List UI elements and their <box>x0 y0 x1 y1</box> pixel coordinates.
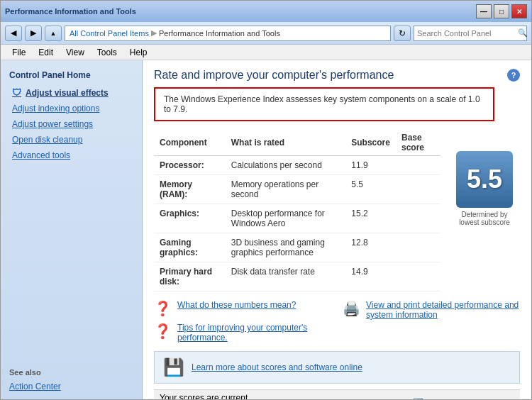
link-view-print: 🖨️ View and print detailed performance a… <box>343 300 520 320</box>
menu-tools[interactable]: Tools <box>92 46 123 59</box>
close-button[interactable]: ✕ <box>511 4 527 18</box>
link-tips: ❓ Tips for improving your computer's per… <box>154 323 331 343</box>
rerun-button[interactable]: 🔄 Re-run the assessment <box>413 398 514 399</box>
status-line1: Your scores are current <box>160 393 292 399</box>
question-icon-2: ❓ <box>154 323 172 340</box>
sidebar-item-disk-cleanup[interactable]: Open disk cleanup <box>1 132 142 148</box>
sidebar: Control Panel Home 🛡 Adjust visual effec… <box>1 60 143 399</box>
row-memory-subscore: 5.5 <box>345 175 396 204</box>
row-processor-subscore: 11.9 <box>345 156 396 175</box>
row-processor-what: Calculations per second <box>226 156 346 175</box>
title-bar-buttons: — □ ✕ <box>476 4 527 18</box>
row-graphics-subscore: 15.2 <box>345 204 396 233</box>
table-wrapper: Component What is rated Subscore Base sc… <box>154 130 520 300</box>
back-button[interactable]: ◀ <box>5 26 22 41</box>
row-gaming-subscore: 12.8 <box>345 233 396 262</box>
menu-help[interactable]: Help <box>124 46 153 59</box>
col-what-rated: What is rated <box>226 130 346 156</box>
sidebar-link-label: Advanced tools <box>12 150 70 160</box>
content-area: Rate and improve your computer's perform… <box>143 60 531 399</box>
sidebar-spacer <box>1 163 142 362</box>
score-value: 5.5 <box>467 165 502 194</box>
page-title: Rate and improve your computer's perform… <box>154 69 394 82</box>
see-also-label: See also <box>1 362 142 379</box>
address-bar: ◀ ▶ ▲ All Control Panel Items ▶ Performa… <box>1 22 531 45</box>
score-label: Determined by lowest subscore <box>453 211 516 226</box>
sidebar-title[interactable]: Control Panel Home <box>1 66 142 84</box>
score-area: 5.5 Determined by lowest subscore <box>449 130 520 300</box>
menu-file[interactable]: File <box>6 46 31 59</box>
row-gaming-what: 3D business and gaming graphics performa… <box>226 233 346 262</box>
sidebar-link-label: Adjust indexing options <box>12 104 99 113</box>
view-print-link[interactable]: View and print detailed performance and … <box>366 300 520 320</box>
rerun-label: Re-run the assessment <box>426 398 514 399</box>
info-footer: 💾 Learn more about scores and software o… <box>154 351 520 384</box>
links-left: ❓ What do these numbers mean? ❓ Tips for… <box>154 300 331 343</box>
search-box: 🔍 <box>414 26 527 41</box>
info-footer-icon: 💾 <box>163 357 184 377</box>
address-separator: ▶ <box>151 28 157 38</box>
links-right: 🖨️ View and print detailed performance a… <box>343 300 520 343</box>
row-processor-component: Processor: <box>154 156 226 175</box>
links-section: ❓ What do these numbers mean? ❓ Tips for… <box>154 300 520 343</box>
table-row: Memory (RAM): Memory operations per seco… <box>154 175 440 204</box>
performance-table: Component What is rated Subscore Base sc… <box>154 130 440 291</box>
tips-link[interactable]: Tips for improving your computer's perfo… <box>177 323 331 343</box>
address-path: All Control Panel Items ▶ Performance In… <box>65 26 391 41</box>
row-gaming-base <box>396 233 440 262</box>
numbers-meaning-link[interactable]: What do these numbers mean? <box>177 300 296 310</box>
help-icon[interactable]: ? <box>507 69 520 82</box>
shield-icon: 🛡 <box>12 87 21 98</box>
table-left: Component What is rated Subscore Base sc… <box>154 130 440 300</box>
minimize-button[interactable]: — <box>476 4 492 18</box>
row-disk-component: Primary hard disk: <box>154 262 226 291</box>
info-box-text: The Windows Experience Index assesses ke… <box>164 94 480 114</box>
status-bar: Your scores are current Last update: 1/2… <box>154 389 520 399</box>
menu-edit[interactable]: Edit <box>33 46 59 59</box>
col-subscore: Subscore <box>345 130 396 156</box>
window-title: Performance Information and Tools <box>5 7 136 16</box>
sidebar-link-label: Open disk cleanup <box>12 135 82 145</box>
row-graphics-component: Graphics: <box>154 204 226 233</box>
info-footer-link[interactable]: Learn more about scores and software onl… <box>192 362 362 372</box>
sidebar-item-adjust-indexing[interactable]: Adjust indexing options <box>1 101 142 116</box>
sidebar-item-advanced-tools[interactable]: Advanced tools <box>1 148 142 163</box>
col-base-score: Base score <box>396 130 440 156</box>
maximize-button[interactable]: □ <box>494 4 509 18</box>
main-area: Control Panel Home 🛡 Adjust visual effec… <box>1 60 531 399</box>
table-row: Gaming graphics: 3D business and gaming … <box>154 233 440 262</box>
forward-button[interactable]: ▶ <box>25 26 42 41</box>
row-disk-base <box>396 262 440 291</box>
row-memory-component: Memory (RAM): <box>154 175 226 204</box>
printer-icon: 🖨️ <box>343 300 360 317</box>
info-box: The Windows Experience Index assesses ke… <box>154 87 494 121</box>
status-text: Your scores are current Last update: 1/2… <box>160 393 292 399</box>
title-bar: Performance Information and Tools — □ ✕ <box>1 1 531 22</box>
address-current: Performance Information and Tools <box>159 29 280 38</box>
row-graphics-base <box>396 204 440 233</box>
search-input[interactable] <box>417 29 515 38</box>
table-row: Processor: Calculations per second 11.9 <box>154 156 440 175</box>
refresh-button[interactable]: ↻ <box>394 26 411 41</box>
sidebar-item-adjust-visual-effects[interactable]: 🛡 Adjust visual effects <box>1 84 142 101</box>
rerun-icon: 🔄 <box>413 398 423 399</box>
sidebar-link-label: Adjust visual effects <box>26 88 109 98</box>
main-window: Performance Information and Tools — □ ✕ … <box>0 0 532 400</box>
sidebar-action-center[interactable]: Action Center <box>1 379 142 394</box>
row-disk-subscore: 14.9 <box>345 262 396 291</box>
menu-view[interactable]: View <box>60 46 90 59</box>
row-processor-base <box>396 156 440 175</box>
row-gaming-component: Gaming graphics: <box>154 233 226 262</box>
col-component: Component <box>154 130 226 156</box>
score-box: 5.5 <box>456 151 513 208</box>
sidebar-item-adjust-power[interactable]: Adjust power settings <box>1 116 142 132</box>
content-header: Rate and improve your computer's perform… <box>154 69 520 82</box>
sidebar-link-label: Adjust power settings <box>12 119 93 129</box>
row-graphics-what: Desktop performance for Windows Aero <box>226 204 346 233</box>
table-row: Primary hard disk: Disk data transfer ra… <box>154 262 440 291</box>
link-numbers-meaning: ❓ What do these numbers mean? <box>154 300 331 317</box>
address-root[interactable]: All Control Panel Items <box>70 29 149 38</box>
menu-bar: File Edit View Tools Help <box>1 45 531 60</box>
up-button[interactable]: ▲ <box>45 26 62 41</box>
row-memory-what: Memory operations per second <box>226 175 346 204</box>
